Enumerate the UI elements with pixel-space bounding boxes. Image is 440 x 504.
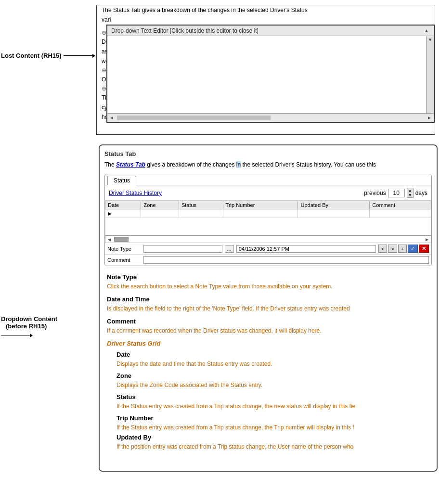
- status-tab-highlight: Status Tab: [113, 7, 140, 13]
- driver-status-title[interactable]: Driver Status History: [109, 190, 162, 196]
- days-input[interactable]: [388, 189, 405, 197]
- previous-label: previous: [364, 190, 386, 196]
- dropdown-content-label: Dropdown Content (before RH15): [1, 315, 57, 337]
- lost-content-label-text: Lost Content (RH15): [1, 52, 62, 59]
- dropdown-editor-body: ▼: [107, 36, 434, 113]
- intro-link[interactable]: Status Tab: [116, 161, 145, 168]
- intro-highlight: in: [236, 161, 241, 168]
- cell-zone: [141, 209, 179, 218]
- scroll-bar-right: ▼: [426, 36, 434, 113]
- top-section: Lost Content (RH15) The Status Tab gives…: [0, 0, 440, 140]
- spin-box: ▲ ▼: [407, 188, 414, 198]
- intro-text-end: the selected Driver's Status history. Yo…: [241, 161, 376, 168]
- search-button[interactable]: ...: [225, 245, 234, 253]
- nav-save-btn[interactable]: ✓: [408, 245, 418, 253]
- intro-text-start: The: [104, 161, 116, 168]
- sub-date-heading: Date: [116, 351, 429, 358]
- h-scroll-left-btn[interactable]: ◄: [107, 115, 116, 120]
- comment-body: If a comment was recorded when the Drive…: [107, 326, 429, 335]
- sub-zone-body: Displays the Zone Code associated with t…: [116, 381, 429, 389]
- days-label: days: [415, 190, 427, 196]
- dropdown-label-text: Dropdown Content: [1, 315, 57, 323]
- col-zone: Zone: [141, 201, 179, 209]
- h-scroll-right-icon[interactable]: ►: [423, 237, 431, 242]
- spin-down-btn[interactable]: ▼: [407, 193, 413, 198]
- sub-date-body: Displays the date and time that the Stat…: [116, 360, 429, 368]
- sub-zone-heading: Zone: [116, 372, 429, 379]
- dropdown-editor-title: Drop-down Text Editor [Click outside thi…: [107, 26, 434, 36]
- col-status: Status: [179, 201, 223, 209]
- h-scroll-track: [117, 116, 271, 120]
- note-type-heading: Note Type: [107, 273, 429, 281]
- sub-trip-heading: Trip Number: [116, 414, 429, 422]
- scroll-up-arrow[interactable]: ▲: [423, 27, 430, 34]
- cell-updated-by: [298, 209, 370, 218]
- doc-section: Note Type Click the search button to sel…: [104, 273, 432, 451]
- table-row[interactable]: ▶: [105, 209, 431, 218]
- grid-header-row: Date Zone Status Trip Number Updated By …: [105, 201, 431, 209]
- table-row-empty: [105, 218, 431, 235]
- h-scroll-left-icon[interactable]: ◄: [105, 237, 113, 242]
- bottom-section: Dropdown Content (before RH15) Status Ta…: [0, 144, 440, 472]
- intro-text-mid: gives a breakdown of the changes: [145, 161, 236, 168]
- driver-status-header: Driver Status History previous ▲ ▼ days: [105, 185, 431, 201]
- cell-status: [179, 209, 223, 218]
- nav-btn-group: < > + ✓ ✕: [378, 245, 429, 253]
- row-arrow: ▶: [105, 209, 141, 218]
- driver-status-grid: Date Zone Status Trip Number Updated By …: [105, 201, 431, 235]
- tab-header-row: Status: [105, 174, 431, 185]
- driver-status-grid-heading: Driver Status Grid: [107, 340, 429, 347]
- nav-cancel-btn[interactable]: ✕: [419, 245, 429, 253]
- sub-status-body: If the Status entry was created from a T…: [116, 402, 429, 411]
- top-content-box: The Status Tab gives a breakdown of the …: [96, 5, 435, 135]
- col-updated-by: Updated By: [298, 201, 370, 209]
- h-scroll-thumb[interactable]: [114, 237, 129, 242]
- cell-trip-number: [223, 209, 298, 218]
- dropdown-editor-footer: ◄ ►: [107, 113, 434, 122]
- status-tab-btn[interactable]: Status: [107, 176, 136, 185]
- scroll-down-arrow[interactable]: ▼: [427, 36, 434, 43]
- sub-status-heading: Status: [116, 393, 429, 401]
- col-trip-number: Trip Number: [223, 201, 298, 209]
- dropdown-label-text2: (before RH15): [6, 323, 57, 330]
- main-panel: Status Tab The Status Tab gives a breakd…: [99, 144, 438, 472]
- nav-add-btn[interactable]: +: [398, 245, 407, 253]
- sub-trip-body: If the Status entry was created from a T…: [116, 423, 429, 432]
- note-type-input[interactable]: [143, 245, 222, 253]
- h-scroll-right-btn[interactable]: ►: [425, 115, 434, 120]
- date-time-heading: Date and Time: [107, 296, 429, 303]
- dropdown-editor-overlay[interactable]: Drop-down Text Editor [Click outside thi…: [106, 25, 435, 123]
- col-date: Date: [105, 201, 141, 209]
- status-tab-box: Status Driver Status History previous ▲ …: [104, 174, 432, 266]
- spin-up-btn[interactable]: ▲: [407, 188, 413, 193]
- col-comment: Comment: [370, 201, 431, 209]
- nav-prev-btn[interactable]: <: [378, 245, 387, 253]
- note-type-label: Note Type: [107, 246, 141, 252]
- comment-heading: Comment: [107, 318, 429, 325]
- comment-row: Comment: [105, 255, 431, 266]
- panel-title: Status Tab: [104, 150, 432, 157]
- date-time-input[interactable]: [236, 245, 376, 253]
- sub-updated-by-body: If the position entry was created from a…: [116, 442, 429, 451]
- panel-intro: The Status Tab gives a breakdown of the …: [104, 160, 432, 169]
- date-time-body: Is displayed in the field to the right o…: [107, 304, 429, 313]
- comment-label: Comment: [107, 257, 141, 263]
- note-type-body: Click the search button to select a Note…: [107, 282, 429, 291]
- horizontal-scrollbar[interactable]: ◄ ►: [105, 235, 431, 243]
- top-line-2: vari: [97, 15, 435, 25]
- lost-content-label: Lost Content (RH15): [1, 52, 95, 59]
- top-line-1: The Status Tab gives a breakdown of the …: [97, 5, 435, 15]
- days-control: previous ▲ ▼ days: [364, 188, 427, 198]
- comment-input[interactable]: [143, 256, 429, 264]
- sub-updated-by-heading: Updated By: [116, 434, 429, 441]
- note-type-row: Note Type ... < > + ✓ ✕: [105, 243, 431, 255]
- nav-next-btn[interactable]: >: [388, 245, 397, 253]
- cell-comment: [370, 209, 431, 218]
